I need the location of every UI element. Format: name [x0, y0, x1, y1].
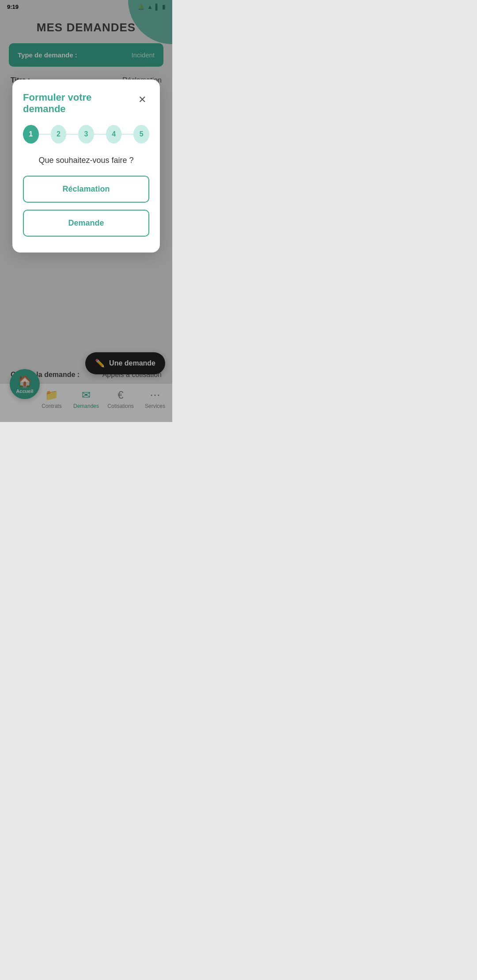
modal-title: Formuler votre demande [23, 92, 135, 115]
step-3[interactable]: 3 [78, 125, 94, 143]
step-line-4 [121, 134, 133, 135]
step-2[interactable]: 2 [51, 125, 67, 143]
demande-button[interactable]: Demande [23, 210, 149, 237]
step-1[interactable]: 1 [23, 125, 39, 143]
step-line-3 [94, 134, 106, 135]
modal-header: Formuler votre demande ✕ [23, 92, 149, 115]
formuler-demande-modal: Formuler votre demande ✕ 1 2 3 4 5 Que s… [12, 79, 160, 253]
stepper: 1 2 3 4 5 [23, 125, 149, 143]
step-5[interactable]: 5 [133, 125, 149, 143]
reclamation-button[interactable]: Réclamation [23, 176, 149, 203]
step-4[interactable]: 4 [106, 125, 122, 143]
step-line-1 [39, 134, 51, 135]
modal-close-button[interactable]: ✕ [135, 93, 149, 107]
step-line-2 [66, 134, 78, 135]
modal-question: Que souhaitez-vous faire ? [23, 156, 149, 165]
